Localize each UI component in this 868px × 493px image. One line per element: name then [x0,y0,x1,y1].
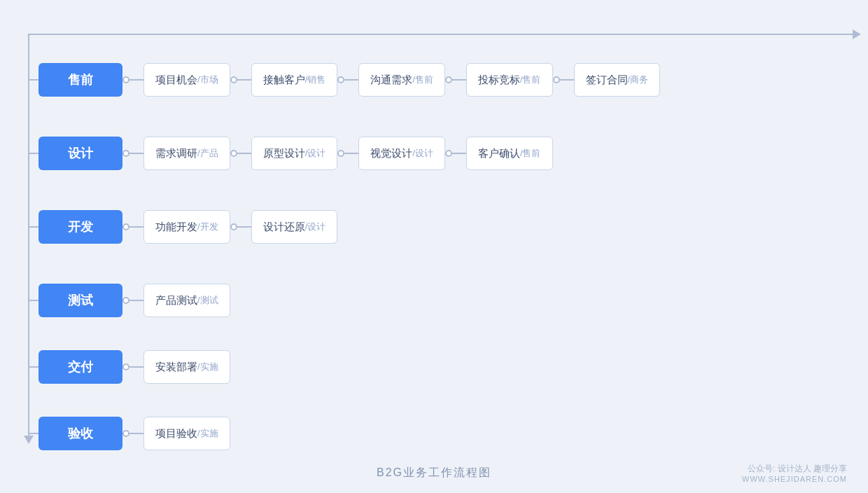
line-2-1 [130,153,144,154]
line-2-2 [237,153,251,154]
task-box-2-1: 需求调研/产品 [144,137,230,170]
task-box-2-2: 原型设计/设计 [251,137,338,170]
row-axis-line-5 [28,366,38,368]
task-box-5-1: 安装部署/实施 [144,350,230,384]
task-box-4-1: 产品测试/测试 [144,284,230,317]
dot-1-4 [445,76,452,83]
footer-title: B2G业务工作流程图 [377,466,491,480]
task-main-1-4: 投标竞标 [478,74,520,87]
task-box-1-3: 沟通需求/售前 [358,63,445,97]
stage-测试: 测试 [38,284,122,317]
task-main-6-1: 项目验收 [155,427,197,440]
main-container: Ea B2G业务工作流程图 公众号: 设计达人 趣理分享 WWW.SHEJIDA… [0,0,868,493]
dot-1-1 [122,76,130,83]
dot-1-3 [337,76,344,83]
connector-1-1 [122,76,144,83]
line-6-1 [130,433,144,434]
dot-2-4 [445,150,452,157]
task-sub-1-5: /商务 [628,74,649,86]
task-sub-2-1: /产品 [197,147,218,160]
connector-2-4 [445,150,466,157]
axis-x [28,34,854,35]
line-1-3 [344,79,358,81]
dot-6-1 [122,430,130,437]
dot-1-5 [553,76,560,83]
connector-4-1 [122,297,144,304]
row-2: 设计需求调研/产品原型设计/设计视觉设计/设计客户确认/售前 [38,137,553,170]
footer-brand-url: WWW.SHEJIDAREN.COM [742,475,847,483]
line-1-5 [560,79,574,81]
connector-1-3 [337,76,358,83]
dot-3-1 [122,223,130,230]
task-main-1-3: 沟通需求 [370,74,412,87]
task-sub-2-3: /设计 [412,147,433,160]
line-4-1 [130,300,144,301]
task-sub-2-4: /售前 [520,147,541,160]
task-box-1-2: 接触客户/销售 [251,63,338,97]
task-main-1-2: 接触客户 [263,74,305,87]
task-main-2-4: 客户确认 [478,147,520,160]
connector-2-1 [122,150,144,157]
stage-开发: 开发 [38,210,122,244]
task-main-4-1: 产品测试 [155,294,197,307]
task-sub-3-2: /设计 [305,221,326,233]
task-main-1-1: 项目机会 [155,74,197,87]
task-sub-6-1: /实施 [197,427,218,440]
task-sub-1-2: /销售 [305,74,326,86]
stage-售前: 售前 [38,63,122,97]
line-1-4 [452,79,466,81]
row-4: 测试产品测试/测试 [38,284,230,317]
dot-2-2 [230,150,237,157]
connector-5-1 [122,363,144,370]
line-2-4 [452,153,466,154]
task-main-1-5: 签订合同 [586,74,628,87]
task-main-5-1: 安装部署 [155,361,197,374]
task-box-6-1: 项目验收/实施 [144,417,230,450]
dot-4-1 [122,297,130,304]
task-box-3-1: 功能开发/开发 [144,210,230,244]
dot-2-3 [337,150,344,157]
row-axis-line-3 [28,226,38,228]
task-box-2-3: 视觉设计/设计 [358,137,445,170]
dot-3-2 [230,223,237,230]
row-3: 开发功能开发/开发设计还原/设计 [38,210,337,244]
connector-1-2 [230,76,251,83]
connector-6-1 [122,430,144,437]
stage-交付: 交付 [38,350,122,384]
stage-验收: 验收 [38,417,122,450]
task-sub-1-1: /市场 [197,74,218,86]
connector-3-2 [230,223,251,230]
task-sub-4-1: /测试 [197,294,218,307]
stage-设计: 设计 [38,137,122,170]
task-main-2-3: 视觉设计 [370,147,412,160]
row-axis-line-2 [28,153,38,154]
task-sub-2-2: /设计 [305,147,326,160]
task-main-2-1: 需求调研 [155,147,197,160]
task-box-1-4: 投标竞标/售前 [466,63,553,97]
line-1-2 [237,79,251,81]
connector-1-5 [553,76,574,83]
task-sub-1-4: /售前 [520,74,541,86]
footer-brand-label: 公众号: 设计达人 趣理分享 [742,463,847,475]
row-6: 验收项目验收/实施 [38,417,230,450]
row-5: 交付安装部署/实施 [38,350,230,384]
task-main-3-1: 功能开发 [155,221,197,234]
line-3-1 [130,226,144,228]
connector-1-4 [445,76,466,83]
footer: B2G业务工作流程图 公众号: 设计达人 趣理分享 WWW.SHEJIDAREN… [0,466,868,480]
line-2-3 [344,153,358,154]
dot-1-2 [230,76,237,83]
row-axis-line-6 [28,433,38,434]
line-3-2 [237,226,251,228]
footer-brand: 公众号: 设计达人 趣理分享 WWW.SHEJIDAREN.COM [742,463,847,483]
row-axis-line-4 [28,300,38,301]
task-box-1-5: 签订合同/商务 [574,63,661,97]
row-1: 售前项目机会/市场接触客户/销售沟通需求/售前投标竞标/售前签订合同/商务 [38,63,660,97]
task-main-2-2: 原型设计 [263,147,305,160]
dot-5-1 [122,363,130,370]
connector-2-2 [230,150,251,157]
task-box-3-2: 设计还原/设计 [251,210,338,244]
task-main-3-2: 设计还原 [263,221,305,234]
line-5-1 [130,366,144,368]
task-box-1-1: 项目机会/市场 [144,63,230,97]
